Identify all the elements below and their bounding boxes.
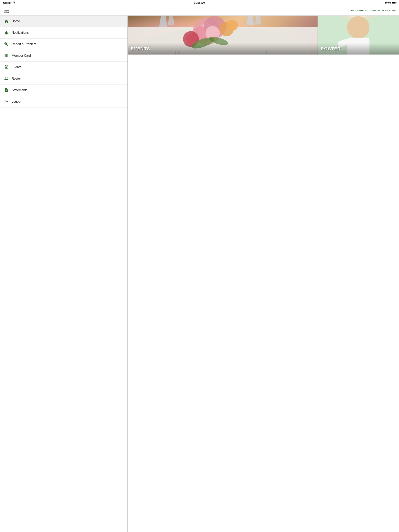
svg-rect-5 bbox=[6, 54, 7, 57]
sidebar-item-report-problem[interactable]: Report a Problem bbox=[0, 38, 127, 50]
sidebar-label-statements: Statements bbox=[12, 89, 27, 92]
svg-rect-2 bbox=[5, 54, 6, 57]
sidebar-item-events[interactable]: 30 Events bbox=[0, 62, 127, 73]
svg-marker-13 bbox=[168, 16, 174, 25]
club-name: THE COUNTRY CLUB OF SCRANTON bbox=[349, 9, 396, 12]
sidebar-item-home[interactable]: Home bbox=[0, 16, 127, 27]
sidebar-label-roster: Roster bbox=[12, 77, 21, 80]
roster-tile[interactable]: ROSTER bbox=[318, 16, 399, 55]
home-icon bbox=[4, 19, 9, 24]
menu-button[interactable]: MENU bbox=[3, 7, 10, 14]
menu-label: MENU bbox=[4, 11, 10, 13]
svg-rect-1 bbox=[5, 54, 5, 57]
top-tiles-row: EVENTS bbox=[128, 16, 399, 55]
status-left: Carrier bbox=[3, 1, 16, 4]
wifi-icon bbox=[13, 1, 16, 4]
content-area: EVENTS bbox=[128, 16, 399, 532]
battery-percent: 100% bbox=[385, 1, 391, 4]
roster-tile-label: ROSTER bbox=[321, 46, 341, 51]
sidebar-label-notifications: Notifications bbox=[12, 31, 29, 34]
svg-marker-15 bbox=[255, 16, 261, 24]
sidebar-item-statements[interactable]: Statements bbox=[0, 84, 127, 96]
svg-rect-6 bbox=[7, 54, 7, 57]
top-bar: MENU THE COUNTRY CLUB OF SCRANTON bbox=[0, 6, 399, 16]
menu-lines-icon bbox=[5, 8, 9, 11]
svg-rect-8 bbox=[8, 54, 8, 57]
sidebar-item-roster[interactable]: Roster bbox=[0, 73, 127, 84]
svg-marker-12 bbox=[159, 16, 167, 27]
status-time: 11:36 AM bbox=[194, 1, 205, 4]
sidebar: Home Notifications Report a Problem bbox=[0, 16, 128, 532]
sidebar-item-member-card[interactable]: Member Card bbox=[0, 50, 127, 62]
sidebar-label-events: Events bbox=[12, 65, 21, 69]
logout-icon bbox=[4, 99, 9, 104]
svg-text:30: 30 bbox=[5, 67, 7, 69]
sidebar-label-logout: Logout bbox=[12, 100, 21, 103]
svg-point-0 bbox=[14, 3, 14, 4]
svg-point-22 bbox=[186, 34, 196, 44]
svg-point-24 bbox=[227, 20, 238, 31]
battery-icon bbox=[392, 2, 396, 4]
svg-marker-14 bbox=[246, 16, 254, 25]
sidebar-label-home: Home bbox=[12, 19, 20, 23]
bell-icon bbox=[4, 30, 9, 35]
svg-rect-4 bbox=[6, 54, 6, 57]
barcode-icon bbox=[4, 53, 9, 58]
events-tile[interactable]: EVENTS bbox=[128, 16, 318, 55]
main-layout: Home Notifications Report a Problem bbox=[0, 16, 399, 532]
document-icon bbox=[4, 88, 9, 93]
sidebar-item-logout[interactable]: Logout bbox=[0, 96, 127, 108]
calendar-icon: 30 bbox=[4, 65, 9, 70]
sidebar-label-report-problem: Report a Problem bbox=[12, 43, 36, 46]
sidebar-label-member-card: Member Card bbox=[12, 54, 31, 57]
app-container: MENU THE COUNTRY CLUB OF SCRANTON Home N… bbox=[0, 6, 399, 532]
svg-point-34 bbox=[347, 16, 370, 38]
svg-rect-3 bbox=[6, 54, 6, 57]
svg-rect-7 bbox=[8, 54, 8, 57]
events-tile-label: EVENTS bbox=[131, 46, 150, 51]
status-bar: Carrier 11:36 AM 100% bbox=[0, 0, 399, 6]
sidebar-item-notifications[interactable]: Notifications bbox=[0, 27, 127, 38]
tiles-grid: EVENTS bbox=[128, 16, 399, 55]
wrench-icon bbox=[4, 42, 9, 47]
person-icon bbox=[4, 76, 9, 81]
status-right: 100% bbox=[385, 1, 396, 4]
carrier-label: Carrier bbox=[3, 1, 12, 4]
